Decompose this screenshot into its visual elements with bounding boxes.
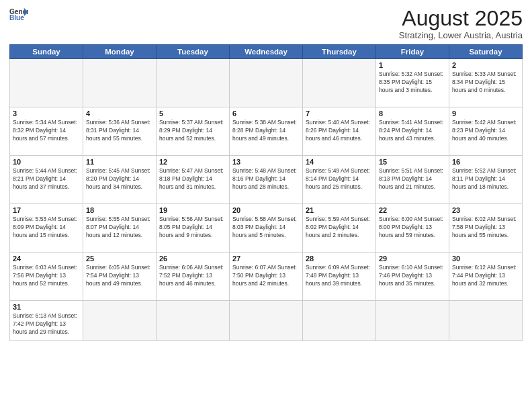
table-row bbox=[230, 59, 303, 107]
day-number: 21 bbox=[306, 206, 373, 214]
day-number: 22 bbox=[379, 206, 446, 214]
table-row: 1Sunrise: 5:32 AM Sunset: 8:35 PM Daylig… bbox=[376, 59, 449, 107]
day-info: Sunrise: 5:56 AM Sunset: 8:05 PM Dayligh… bbox=[159, 216, 226, 240]
generalblue-logo-icon: General Blue bbox=[9, 7, 28, 21]
day-number: 1 bbox=[379, 61, 446, 69]
table-row bbox=[157, 301, 230, 341]
table-row bbox=[83, 59, 157, 107]
col-monday: Monday bbox=[83, 45, 157, 59]
day-number: 28 bbox=[306, 255, 373, 263]
day-number: 17 bbox=[13, 206, 80, 214]
calendar-week-row: 10Sunrise: 5:44 AM Sunset: 8:21 PM Dayli… bbox=[10, 156, 523, 204]
col-wednesday: Wednesday bbox=[230, 45, 303, 59]
day-number: 20 bbox=[232, 206, 300, 214]
calendar-week-row: 24Sunrise: 6:03 AM Sunset: 7:56 PM Dayli… bbox=[10, 253, 523, 301]
day-number: 10 bbox=[13, 158, 80, 166]
day-number: 29 bbox=[379, 255, 446, 263]
day-info: Sunrise: 6:06 AM Sunset: 7:52 PM Dayligh… bbox=[159, 264, 226, 288]
table-row: 23Sunrise: 6:02 AM Sunset: 7:58 PM Dayli… bbox=[449, 204, 523, 253]
day-number: 23 bbox=[452, 206, 519, 214]
day-info: Sunrise: 5:45 AM Sunset: 8:20 PM Dayligh… bbox=[86, 167, 153, 191]
table-row: 11Sunrise: 5:45 AM Sunset: 8:20 PM Dayli… bbox=[83, 156, 157, 204]
day-number: 9 bbox=[452, 109, 519, 118]
title-block: August 2025 Stratzing, Lower Austria, Au… bbox=[399, 7, 523, 40]
table-row: 3Sunrise: 5:34 AM Sunset: 8:32 PM Daylig… bbox=[10, 107, 83, 156]
table-row: 16Sunrise: 5:52 AM Sunset: 8:11 PM Dayli… bbox=[449, 156, 523, 204]
table-row: 30Sunrise: 6:12 AM Sunset: 7:44 PM Dayli… bbox=[449, 253, 523, 301]
day-info: Sunrise: 5:44 AM Sunset: 8:21 PM Dayligh… bbox=[13, 167, 80, 191]
table-row: 28Sunrise: 6:09 AM Sunset: 7:48 PM Dayli… bbox=[303, 253, 376, 301]
day-info: Sunrise: 6:03 AM Sunset: 7:56 PM Dayligh… bbox=[13, 264, 80, 288]
table-row: 26Sunrise: 6:06 AM Sunset: 7:52 PM Dayli… bbox=[157, 253, 230, 301]
table-row: 18Sunrise: 5:55 AM Sunset: 8:07 PM Dayli… bbox=[83, 204, 157, 253]
day-number: 24 bbox=[13, 255, 80, 263]
table-row bbox=[10, 59, 83, 107]
day-number: 31 bbox=[13, 303, 80, 311]
table-row: 12Sunrise: 5:47 AM Sunset: 8:18 PM Dayli… bbox=[157, 156, 230, 204]
day-info: Sunrise: 5:51 AM Sunset: 8:13 PM Dayligh… bbox=[379, 167, 446, 191]
table-row: 22Sunrise: 6:00 AM Sunset: 8:00 PM Dayli… bbox=[376, 204, 449, 253]
page: General Blue August 2025 Stratzing, Lowe… bbox=[0, 0, 532, 411]
day-number: 27 bbox=[232, 255, 300, 263]
day-number: 3 bbox=[13, 109, 80, 118]
day-info: Sunrise: 5:52 AM Sunset: 8:11 PM Dayligh… bbox=[452, 167, 519, 191]
day-info: Sunrise: 5:47 AM Sunset: 8:18 PM Dayligh… bbox=[159, 167, 226, 191]
day-info: Sunrise: 5:55 AM Sunset: 8:07 PM Dayligh… bbox=[86, 216, 153, 240]
day-info: Sunrise: 6:00 AM Sunset: 8:00 PM Dayligh… bbox=[379, 216, 446, 240]
day-info: Sunrise: 6:07 AM Sunset: 7:50 PM Dayligh… bbox=[232, 264, 300, 288]
table-row: 20Sunrise: 5:58 AM Sunset: 8:03 PM Dayli… bbox=[230, 204, 303, 253]
day-number: 19 bbox=[159, 206, 226, 214]
table-row: 25Sunrise: 6:05 AM Sunset: 7:54 PM Dayli… bbox=[83, 253, 157, 301]
day-number: 6 bbox=[232, 109, 300, 118]
calendar-week-row: 3Sunrise: 5:34 AM Sunset: 8:32 PM Daylig… bbox=[10, 107, 523, 156]
table-row bbox=[303, 301, 376, 341]
day-info: Sunrise: 5:40 AM Sunset: 8:26 PM Dayligh… bbox=[306, 119, 373, 143]
table-row: 2Sunrise: 5:33 AM Sunset: 8:34 PM Daylig… bbox=[449, 59, 523, 107]
table-row: 10Sunrise: 5:44 AM Sunset: 8:21 PM Dayli… bbox=[10, 156, 83, 204]
calendar-week-row: 1Sunrise: 5:32 AM Sunset: 8:35 PM Daylig… bbox=[10, 59, 523, 107]
table-row bbox=[449, 301, 523, 341]
day-number: 16 bbox=[452, 158, 519, 166]
header: General Blue August 2025 Stratzing, Lowe… bbox=[9, 7, 523, 40]
day-info: Sunrise: 6:02 AM Sunset: 7:58 PM Dayligh… bbox=[452, 216, 519, 240]
day-info: Sunrise: 5:48 AM Sunset: 8:16 PM Dayligh… bbox=[232, 167, 300, 191]
day-number: 2 bbox=[452, 61, 519, 69]
calendar-table: Sunday Monday Tuesday Wednesday Thursday… bbox=[9, 44, 523, 341]
day-number: 8 bbox=[379, 109, 446, 118]
col-thursday: Thursday bbox=[303, 45, 376, 59]
day-info: Sunrise: 5:53 AM Sunset: 8:09 PM Dayligh… bbox=[13, 216, 80, 240]
day-number: 4 bbox=[86, 109, 153, 118]
day-info: Sunrise: 5:58 AM Sunset: 8:03 PM Dayligh… bbox=[232, 216, 300, 240]
day-info: Sunrise: 6:10 AM Sunset: 7:46 PM Dayligh… bbox=[379, 264, 446, 288]
table-row: 31Sunrise: 6:13 AM Sunset: 7:42 PM Dayli… bbox=[10, 301, 83, 341]
calendar-week-row: 17Sunrise: 5:53 AM Sunset: 8:09 PM Dayli… bbox=[10, 204, 523, 253]
day-number: 26 bbox=[159, 255, 226, 263]
table-row: 4Sunrise: 5:36 AM Sunset: 8:31 PM Daylig… bbox=[83, 107, 157, 156]
day-info: Sunrise: 5:38 AM Sunset: 8:28 PM Dayligh… bbox=[232, 119, 300, 143]
day-info: Sunrise: 5:49 AM Sunset: 8:14 PM Dayligh… bbox=[306, 167, 373, 191]
day-info: Sunrise: 5:34 AM Sunset: 8:32 PM Dayligh… bbox=[13, 119, 80, 143]
calendar-subtitle: Stratzing, Lower Austria, Austria bbox=[399, 30, 523, 40]
table-row: 13Sunrise: 5:48 AM Sunset: 8:16 PM Dayli… bbox=[230, 156, 303, 204]
svg-text:Blue: Blue bbox=[9, 14, 24, 21]
table-row: 6Sunrise: 5:38 AM Sunset: 8:28 PM Daylig… bbox=[230, 107, 303, 156]
day-info: Sunrise: 5:33 AM Sunset: 8:34 PM Dayligh… bbox=[452, 71, 519, 95]
day-number: 13 bbox=[232, 158, 300, 166]
table-row: 14Sunrise: 5:49 AM Sunset: 8:14 PM Dayli… bbox=[303, 156, 376, 204]
table-row bbox=[230, 301, 303, 341]
table-row: 29Sunrise: 6:10 AM Sunset: 7:46 PM Dayli… bbox=[376, 253, 449, 301]
day-info: Sunrise: 5:59 AM Sunset: 8:02 PM Dayligh… bbox=[306, 216, 373, 240]
day-number: 11 bbox=[86, 158, 153, 166]
table-row bbox=[376, 301, 449, 341]
day-info: Sunrise: 5:37 AM Sunset: 8:29 PM Dayligh… bbox=[159, 119, 226, 143]
table-row: 7Sunrise: 5:40 AM Sunset: 8:26 PM Daylig… bbox=[303, 107, 376, 156]
day-info: Sunrise: 5:42 AM Sunset: 8:23 PM Dayligh… bbox=[452, 119, 519, 143]
table-row: 5Sunrise: 5:37 AM Sunset: 8:29 PM Daylig… bbox=[157, 107, 230, 156]
table-row bbox=[303, 59, 376, 107]
day-info: Sunrise: 6:12 AM Sunset: 7:44 PM Dayligh… bbox=[452, 264, 519, 288]
table-row bbox=[83, 301, 157, 341]
table-row: 24Sunrise: 6:03 AM Sunset: 7:56 PM Dayli… bbox=[10, 253, 83, 301]
logo: General Blue bbox=[9, 7, 28, 21]
day-number: 12 bbox=[159, 158, 226, 166]
table-row: 21Sunrise: 5:59 AM Sunset: 8:02 PM Dayli… bbox=[303, 204, 376, 253]
